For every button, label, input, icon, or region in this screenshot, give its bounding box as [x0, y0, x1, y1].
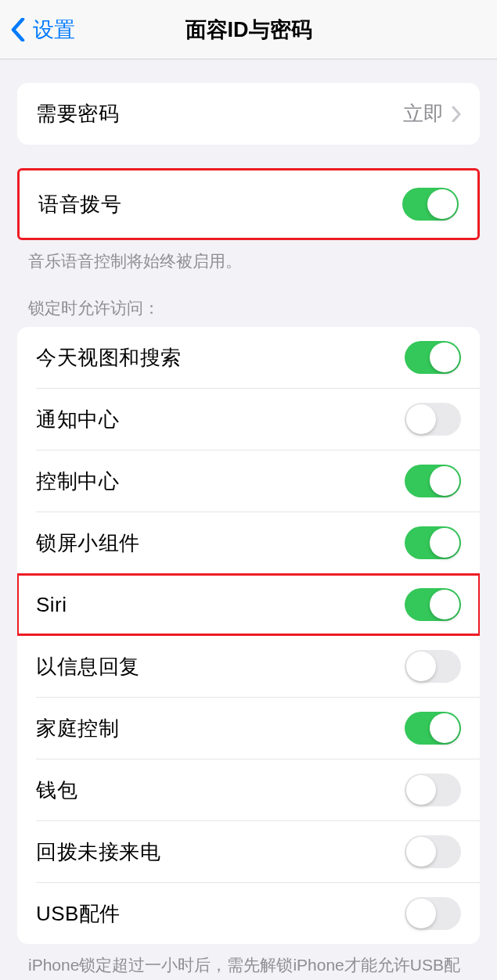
wallet-label: 钱包	[36, 777, 77, 804]
siri-row[interactable]: Siri	[17, 574, 480, 635]
usb-accessories-toggle[interactable]	[405, 897, 461, 930]
require-passcode-label: 需要密码	[36, 100, 119, 127]
toggle-knob-icon	[430, 343, 459, 372]
return-missed-calls-label: 回拨未接来电	[36, 838, 160, 866]
lockscreen-widgets-row[interactable]: 锁屏小组件	[17, 512, 480, 573]
lock-section-footer: iPhone锁定超过一小时后，需先解锁iPhone才能允许USB配件连接。	[0, 944, 497, 980]
today-view-label: 今天视图和搜索	[36, 344, 182, 372]
page-title: 面容ID与密码	[185, 16, 312, 44]
toggle-knob-icon	[430, 528, 459, 558]
reply-with-message-toggle[interactable]	[405, 650, 461, 683]
reply-with-message-row[interactable]: 以信息回复	[17, 636, 480, 697]
home-control-toggle[interactable]	[405, 712, 461, 745]
require-passcode-group: 需要密码 立即	[17, 83, 480, 145]
siri-label: Siri	[36, 593, 67, 617]
toggle-knob-icon	[406, 837, 436, 867]
lockscreen-widgets-toggle[interactable]	[405, 526, 461, 559]
chevron-right-icon	[452, 106, 461, 122]
control-center-toggle[interactable]	[405, 465, 461, 497]
wallet-row[interactable]: 钱包	[17, 759, 480, 820]
toggle-knob-icon	[406, 775, 436, 805]
wallet-toggle[interactable]	[405, 774, 461, 806]
voice-dial-row[interactable]: 语音拨号	[20, 171, 477, 238]
return-missed-calls-row[interactable]: 回拨未接来电	[17, 821, 480, 882]
control-center-label: 控制中心	[36, 468, 119, 495]
toggle-knob-icon	[430, 590, 459, 619]
toggle-knob-icon	[406, 652, 436, 681]
usb-accessories-label: USB配件	[36, 900, 121, 928]
control-center-row[interactable]: 控制中心	[17, 451, 480, 512]
toggle-knob-icon	[406, 899, 436, 928]
voice-dial-footer: 音乐语音控制将始终被启用。	[0, 240, 497, 272]
back-label: 设置	[33, 16, 75, 44]
navigation-header: 设置 面容ID与密码	[0, 0, 497, 59]
toggle-knob-icon	[430, 466, 459, 496]
toggle-knob-icon	[430, 713, 459, 743]
voice-dial-group: 语音拨号	[17, 168, 480, 240]
require-passcode-row[interactable]: 需要密码 立即	[17, 83, 480, 145]
require-passcode-value: 立即	[403, 100, 444, 127]
reply-with-message-label: 以信息回复	[36, 653, 140, 680]
usb-accessories-row[interactable]: USB配件	[17, 883, 480, 944]
siri-toggle[interactable]	[405, 588, 461, 621]
toggle-knob-icon	[406, 404, 436, 434]
voice-dial-label: 语音拨号	[38, 191, 121, 218]
notification-center-row[interactable]: 通知中心	[17, 389, 480, 450]
lock-section-header: 锁定时允许访问：	[0, 272, 497, 327]
notification-center-label: 通知中心	[36, 406, 119, 433]
today-view-toggle[interactable]	[405, 341, 461, 374]
today-view-row[interactable]: 今天视图和搜索	[17, 327, 480, 388]
toggle-knob-icon	[427, 189, 457, 219]
home-control-label: 家庭控制	[36, 715, 119, 742]
voice-dial-toggle[interactable]	[402, 188, 459, 221]
back-button[interactable]: 设置	[11, 16, 75, 44]
chevron-left-icon	[11, 18, 25, 41]
lock-access-group: 今天视图和搜索 通知中心 控制中心 锁屏小组件 Siri 以信息回复	[17, 327, 480, 944]
notification-center-toggle[interactable]	[405, 403, 461, 436]
lockscreen-widgets-label: 锁屏小组件	[36, 529, 140, 557]
home-control-row[interactable]: 家庭控制	[17, 698, 480, 759]
return-missed-calls-toggle[interactable]	[405, 835, 461, 868]
